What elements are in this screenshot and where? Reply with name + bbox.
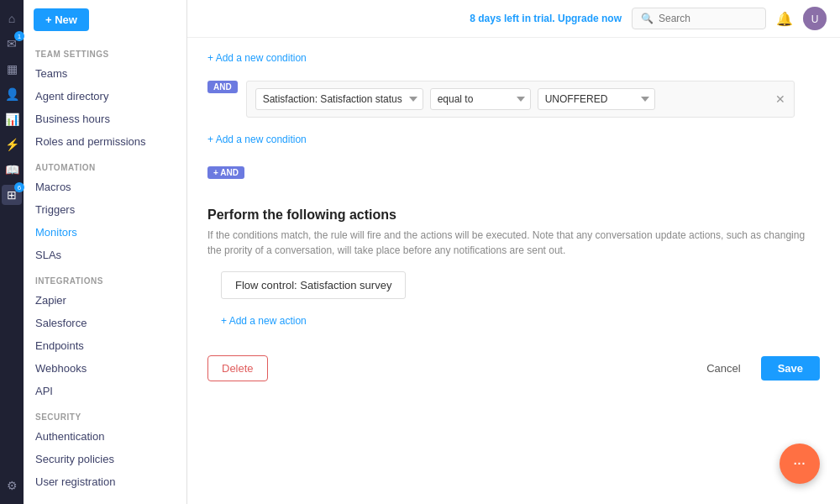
condition-row: Satisfaction: Satisfaction status equal …: [246, 81, 795, 118]
sidebar-item-security-policies[interactable]: Security policies: [24, 448, 186, 470]
actions-section: Perform the following actions If the con…: [207, 207, 820, 335]
actions-title: Perform the following actions: [207, 207, 820, 223]
save-button[interactable]: Save: [761, 356, 820, 381]
bottom-actions: Delete Cancel Save: [207, 355, 820, 398]
search-box[interactable]: 🔍: [632, 8, 766, 29]
sidebar-item-agent-directory[interactable]: Agent directory: [24, 85, 186, 108]
remove-condition-button[interactable]: ✕: [775, 92, 785, 106]
sidebar: + New TEAM SETTINGS Teams Agent director…: [24, 0, 187, 504]
sidebar-item-monitors[interactable]: Monitors: [24, 221, 186, 244]
trial-text: 8 days left in trial. Upgrade now: [470, 13, 622, 24]
sidebar-item-home[interactable]: ⌂: [2, 8, 22, 29]
fab-button[interactable]: ···: [780, 444, 820, 484]
new-button[interactable]: + New: [34, 8, 89, 31]
add-condition-bottom-link[interactable]: + Add a new condition: [207, 134, 307, 145]
delete-button[interactable]: Delete: [207, 355, 268, 381]
sidebar-item-webhooks[interactable]: Webhooks: [24, 357, 186, 380]
condition-operator-select[interactable]: equal to: [430, 88, 531, 110]
sidebar-item-slas[interactable]: SLAs: [24, 244, 186, 266]
and-badge-left: AND: [207, 81, 238, 93]
avatar: U: [803, 7, 827, 30]
modules-badge: 6: [14, 182, 24, 192]
plus-and-badge[interactable]: + AND: [207, 166, 244, 179]
section-account: ACCOUNT: [24, 493, 186, 504]
topbar: 8 days left in trial. Upgrade now 🔍 🔔 U: [187, 0, 840, 38]
section-security: SECURITY: [24, 402, 186, 425]
actions-subtitle: If the conditions match, the rule will f…: [207, 228, 820, 258]
condition-field-select[interactable]: Satisfaction: Satisfaction status: [255, 88, 423, 110]
upgrade-link[interactable]: Upgrade now: [558, 13, 622, 24]
section-team-settings: TEAM SETTINGS: [24, 39, 186, 62]
fab-icon: ···: [794, 457, 806, 470]
section-integrations: INTEGRATIONS: [24, 266, 186, 289]
inbox-badge: 1: [14, 31, 24, 41]
sidebar-item-modules[interactable]: ⊞ 6: [2, 185, 22, 205]
sidebar-item-analytics[interactable]: 📊: [2, 109, 22, 129]
cancel-button[interactable]: Cancel: [693, 356, 753, 381]
action-chip: Flow control: Satisfaction survey: [221, 271, 406, 299]
search-input[interactable]: [659, 13, 759, 24]
sidebar-item-business-hours[interactable]: Business hours: [24, 108, 186, 130]
svg-text:U: U: [811, 13, 819, 25]
search-icon: 🔍: [641, 13, 654, 24]
sidebar-item-zapier[interactable]: Zapier: [24, 289, 186, 312]
sidebar-item-user-registration[interactable]: User registration: [24, 470, 186, 493]
sidebar-item-book[interactable]: 📖: [2, 160, 22, 180]
sidebar-item-contacts[interactable]: 👤: [2, 84, 22, 104]
sidebar-item-integrations[interactable]: ⚡: [2, 134, 22, 155]
section-automation: AUTOMATION: [24, 153, 186, 176]
sidebar-item-salesforce[interactable]: Salesforce: [24, 312, 186, 334]
add-condition-top-link[interactable]: + Add a new condition: [207, 52, 307, 64]
add-action-link[interactable]: + Add a new action: [221, 315, 307, 327]
sidebar-item-api[interactable]: API: [24, 380, 186, 402]
sidebar-item-endpoints[interactable]: Endpoints: [24, 334, 186, 357]
sidebar-item-roles-permissions[interactable]: Roles and permissions: [24, 130, 186, 153]
icon-rail: ⌂ ✉ 1 ▦ 👤 📊 ⚡ 📖 ⊞ 6 ⚙: [0, 0, 24, 504]
sidebar-item-teams[interactable]: Teams: [24, 62, 186, 85]
sidebar-item-inbox[interactable]: ✉ 1: [2, 34, 22, 54]
main-content: + Add a new condition AND Satisfaction: …: [187, 38, 840, 504]
sidebar-item-reports[interactable]: ▦: [2, 59, 22, 79]
sidebar-item-authentication[interactable]: Authentication: [24, 425, 186, 448]
bell-icon[interactable]: 🔔: [776, 11, 793, 27]
sidebar-item-macros[interactable]: Macros: [24, 176, 186, 198]
sidebar-item-triggers[interactable]: Triggers: [24, 198, 186, 221]
condition-value-select[interactable]: UNOFFERED: [538, 88, 655, 110]
sidebar-item-settings[interactable]: ⚙: [2, 475, 22, 496]
